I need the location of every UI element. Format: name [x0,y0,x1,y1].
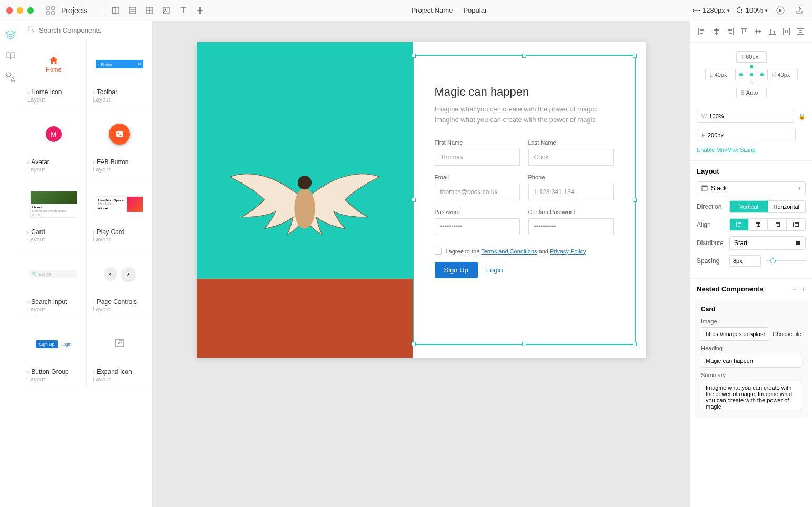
component-avatar[interactable]: M ›Avatar Layout [21,109,87,179]
direction-horizontal[interactable]: Horizontal [768,201,806,212]
height-input[interactable]: H200px [697,129,796,141]
confirm-password-input[interactable]: •••••••••• [528,218,614,235]
password-input[interactable]: •••••••••• [435,218,520,235]
nested-card-section: Card Image Choose file Heading Summary [695,299,808,418]
align-segmented[interactable] [729,218,806,231]
distribute-select[interactable]: Start [729,236,806,250]
align-stretch-icon[interactable] [787,219,805,230]
maximize-window[interactable] [27,7,34,14]
email-label: Email [435,174,520,180]
layout-section-title: Layout [697,167,806,175]
rows-tool-icon[interactable] [126,4,139,17]
component-card[interactable]: LizardLizards are a widespread group... … [21,179,87,249]
align-center-icon[interactable] [749,219,768,230]
align-bottom-icon[interactable] [767,26,778,37]
nested-card-title: Card [701,306,801,313]
document-title: Project Name — Popular [206,6,693,14]
remove-nested-icon[interactable]: − [793,285,797,293]
component-expand-icon[interactable]: ›Expand Icon Layout [87,319,153,389]
terms-link[interactable]: Terms and Conditions [481,248,537,255]
component-fab-button[interactable]: ›FAB Button Layout [87,109,153,179]
email-input[interactable]: thomas@cook.co.uk [435,184,520,200]
align-right-icon[interactable] [725,26,735,37]
direction-vertical[interactable]: Vertical [730,201,768,212]
play-preview-icon[interactable] [774,4,787,17]
spacing-slider[interactable] [766,260,806,261]
choose-file-button[interactable]: Choose file [773,331,801,337]
form-heading: Magic can happen [435,85,614,99]
share-icon[interactable] [793,4,806,17]
signup-button[interactable]: Sign Up [435,262,478,278]
grid-tool-icon[interactable] [143,4,156,17]
component-search-input[interactable]: 🔍Search ›Search Input Layout [21,249,87,319]
minmax-link[interactable]: Enable Min/Max Sizing [690,145,812,161]
padding-right-input[interactable]: R40px [767,69,798,80]
search-components-input[interactable] [39,26,146,34]
add-tool-icon[interactable] [194,4,206,17]
projects-grid-icon[interactable] [44,4,57,17]
image-tool-icon[interactable] [160,4,173,17]
padding-bottom-input[interactable]: BAuto [736,87,767,98]
svg-rect-2 [47,12,49,14]
width-input[interactable]: W100% [697,110,794,123]
component-play-card[interactable]: Live From SpaceMac Miller⏮ ▸ ⏭ ›Play Car… [87,179,153,249]
align-left-icon[interactable] [697,26,707,37]
properties-panel: T60px L40px R40px BAuto W100% 🔒 H200px [690,21,812,507]
svg-rect-3 [52,12,54,14]
phone-label: Phone [528,174,614,180]
text-tool-icon[interactable] [177,4,189,17]
svg-rect-6 [129,7,136,14]
phone-input[interactable]: 1 123 341 134 [528,184,614,200]
align-end-icon[interactable] [768,219,787,230]
spacing-input[interactable] [729,255,761,267]
svg-point-23 [297,176,311,189]
component-toolbar[interactable]: ≡ Photos⚙ ›Toolbar Layout [87,39,153,109]
direction-segmented[interactable]: Vertical Horizontal [729,200,806,213]
canvas-width-control[interactable]: 1280px ▾ [692,6,730,14]
component-button-group[interactable]: Sign UpLogin ›Button Group Layout [21,319,87,389]
heading-input[interactable] [701,354,801,368]
lock-aspect-icon[interactable]: 🔒 [798,113,806,120]
shapes-icon[interactable] [5,72,16,82]
svg-point-17 [28,26,33,31]
layout-mode-select[interactable]: Stack ▾ [697,181,806,195]
svg-point-19 [117,133,119,134]
align-hcenter-icon[interactable] [711,26,721,37]
padding-top-input[interactable]: T60px [736,51,767,63]
padding-left-input[interactable]: L40px [705,69,736,80]
frame-tool-icon[interactable] [109,4,122,17]
agree-checkbox[interactable] [435,248,442,255]
add-nested-icon[interactable]: + [801,285,806,293]
summary-textarea[interactable] [701,381,801,410]
layers-icon[interactable] [5,29,16,40]
nested-components-title: Nested Components [697,285,763,293]
svg-rect-5 [113,7,116,14]
component-home-icon[interactable]: Home ›Home Icon Layout [21,39,87,109]
distribute-h-icon[interactable] [781,26,791,37]
align-top-icon[interactable] [739,26,749,37]
search-icon [27,25,35,35]
signup-form-selected[interactable]: Magic can happen Imagine what you can cr… [413,55,636,345]
svg-point-16 [6,73,11,77]
login-link[interactable]: Login [486,266,503,274]
image-url-input[interactable] [701,327,769,341]
padding-constraints-icon[interactable] [741,67,762,83]
library-icon[interactable] [5,50,16,61]
align-start-icon[interactable] [730,219,749,230]
distribute-v-icon[interactable] [795,26,806,37]
svg-rect-25 [702,186,707,187]
artboard[interactable]: Magic can happen Imagine what you can cr… [197,42,646,358]
align-vcenter-icon[interactable] [753,26,764,37]
zoom-control[interactable]: 100% ▾ [736,6,768,14]
window-controls [6,7,34,14]
component-page-controls[interactable]: ‹› ›Page Controls Layout [87,249,153,319]
projects-label[interactable]: Projects [61,6,88,15]
last-name-input[interactable]: Cook [528,149,614,166]
components-panel: Home ›Home Icon Layout ≡ Photos⚙ ›Toolba… [21,21,153,507]
privacy-link[interactable]: Privacy Policy [550,248,586,255]
canvas-area[interactable]: Magic can happen Imagine what you can cr… [153,21,690,507]
first-name-input[interactable]: Thomas [435,149,520,166]
svg-point-13 [164,8,166,10]
minimize-window[interactable] [17,7,23,14]
close-window[interactable] [6,7,13,14]
